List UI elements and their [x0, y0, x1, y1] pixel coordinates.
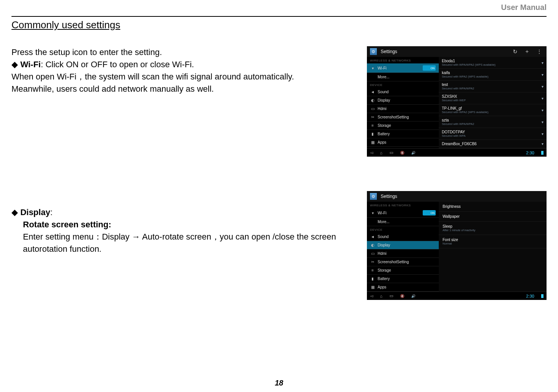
- row-label: Wi-Fi: [378, 66, 420, 70]
- wifi-signal-icon: ▾: [542, 108, 543, 112]
- intro-line: Press the setup icon to enter the settin…: [11, 46, 359, 58]
- display-option-sleep[interactable]: SleepAfter 1 minute of inactivity: [439, 222, 547, 235]
- option-name: Brightness: [443, 204, 543, 209]
- wifi-network-test[interactable]: testSecured with WPA/WPA2▾: [439, 81, 547, 92]
- sidebar-item-screenshotsetting[interactable]: ✂ScreenshotSetting: [367, 113, 439, 121]
- network-security: Secured with WPA/WPA2 (WPS available): [442, 63, 542, 66]
- clock: 2:30: [526, 294, 534, 298]
- rotate-desc-1: Enter setting menu：Display: [23, 232, 132, 241]
- sidebar-item-wi-fi[interactable]: ▾Wi-FiON: [367, 63, 439, 73]
- display-option-brightness[interactable]: Brightness: [439, 202, 547, 212]
- option-sub: After 1 minute of inactivity: [443, 228, 543, 232]
- vol-down-icon[interactable]: 🔇: [400, 294, 404, 298]
- network-security: Secured with WEP: [442, 99, 542, 102]
- row-icon: ▭: [370, 107, 375, 111]
- row-label: Display: [378, 243, 436, 247]
- wifi-text: Press the setup icon to enter the settin…: [11, 46, 359, 157]
- home-icon[interactable]: ⌂: [380, 294, 383, 298]
- option-sub: Normal: [443, 242, 543, 245]
- sidebar-item-sound[interactable]: ◄Sound: [367, 233, 439, 241]
- option-name: Sleep: [443, 224, 543, 228]
- home-icon[interactable]: ⌂: [380, 151, 383, 155]
- network-name: kaifa: [442, 71, 542, 75]
- row-icon: ≡: [370, 268, 375, 272]
- row-icon: ▭: [370, 251, 375, 256]
- row-label: Display: [378, 98, 436, 102]
- sidebar-item-storage[interactable]: ≡Storage: [367, 266, 439, 275]
- wifi-network-szta[interactable]: sztaSecured with WPA/WPA2▾: [439, 116, 547, 128]
- sidebar-item-more-[interactable]: More...: [367, 218, 439, 226]
- row-icon: ✂: [370, 260, 375, 264]
- wifi-signal-icon: ▾: [542, 142, 543, 146]
- recent-icon[interactable]: ▭: [389, 293, 393, 298]
- display-label: Display: [20, 207, 50, 217]
- display-option-font-size[interactable]: Font sizeNormal: [439, 235, 547, 248]
- navigation-bar: ◅⌂▭🔇🔊2:30: [367, 148, 547, 157]
- wifi-toggle[interactable]: ON: [423, 210, 436, 215]
- section-title: Commonly used settings: [11, 19, 547, 31]
- screenshot-wifi: ⚙Settings↻＋⋮WIRELESS & NETWORKS▾Wi-FiONM…: [367, 46, 547, 157]
- row-icon: ◄: [370, 235, 375, 239]
- wifi-network-eboda1[interactable]: Eboda1Secured with WPA/WPA2 (WPS availab…: [439, 57, 547, 69]
- sidebar-item-display[interactable]: ◐Display: [367, 96, 439, 105]
- row-icon: ▮: [370, 132, 375, 136]
- sidebar-item-display[interactable]: ◐Display: [367, 241, 439, 249]
- vol-up-icon[interactable]: 🔊: [411, 151, 415, 155]
- wifi-network-tp-link-gf[interactable]: TP-LINK_gfSecured with WPA2 (WPS availab…: [439, 104, 547, 116]
- block-display: Display: Rotate screen setting: Enter se…: [11, 191, 547, 300]
- screenshot-display: ⚙SettingsWIRELESS & NETWORKS▾Wi-FiONMore…: [367, 191, 547, 300]
- sidebar-item-wi-fi[interactable]: ▾Wi-FiON: [367, 208, 439, 218]
- wifi-network-szxshx[interactable]: SZXSHXSecured with WEP▾: [439, 92, 547, 104]
- row-icon: ▾: [370, 66, 375, 70]
- network-name: SZXSHX: [442, 94, 542, 99]
- wifi-network-dotdotpay[interactable]: DOTDOTPAYSecured with WPA▾: [439, 128, 547, 140]
- sidebar-item-storage[interactable]: ≡Storage: [367, 121, 439, 130]
- left-pane: WIRELESS & NETWORKS▾Wi-FiONMore...DEVICE…: [367, 202, 439, 292]
- row-label: Sound: [378, 90, 436, 94]
- row-label: ScreenshotSetting: [378, 260, 436, 264]
- row-label: Apps: [378, 285, 436, 289]
- rotate-desc: Enter setting menu：Display → Auto-rotate…: [23, 231, 359, 255]
- row-label: Battery: [378, 277, 436, 281]
- row-label: Storage: [378, 268, 436, 272]
- sidebar-item-sound[interactable]: ◄Sound: [367, 88, 439, 96]
- back-icon[interactable]: ◅: [370, 293, 373, 298]
- sidebar-item-apps[interactable]: ▦Apps: [367, 138, 439, 147]
- add-icon[interactable]: ＋: [523, 48, 531, 55]
- sidebar-item-hdmi[interactable]: ▭Hdmi: [367, 105, 439, 113]
- right-pane: BrightnessWallpaperSleepAfter 1 minute o…: [439, 202, 547, 292]
- menu-icon[interactable]: ⋮: [535, 49, 543, 55]
- back-icon[interactable]: ◅: [370, 150, 373, 155]
- wifi-network-dreambox-fd6cb6[interactable]: DreamBox_FD6CB6▾: [439, 140, 547, 148]
- settings-app-icon: ⚙: [370, 193, 377, 200]
- wifi-toggle[interactable]: ON: [423, 65, 436, 71]
- network-name: test: [442, 83, 542, 87]
- sidebar-item-hdmi[interactable]: ▭Hdmi: [367, 249, 439, 258]
- row-icon: ▦: [370, 140, 375, 144]
- vol-up-icon[interactable]: 🔊: [411, 294, 415, 298]
- row-label: Apps: [378, 140, 436, 144]
- app-title: Settings: [381, 194, 543, 199]
- wifi-signal-icon: ▾: [542, 120, 543, 124]
- row-label: Hdmi: [378, 251, 436, 256]
- wifi-network-kaifa[interactable]: kaifaSecured with WPA2 (WPS available)▾: [439, 69, 547, 81]
- network-security: Secured with WPA2 (WPS available): [442, 75, 542, 78]
- wifi-label: Wi-Fi: [20, 60, 41, 69]
- sidebar-item-apps[interactable]: ▦Apps: [367, 283, 439, 292]
- action-bar: ⚙Settings↻＋⋮: [367, 46, 547, 57]
- sidebar-item-screenshotsetting[interactable]: ✂ScreenshotSetting: [367, 258, 439, 266]
- refresh-icon[interactable]: ↻: [511, 49, 519, 55]
- sidebar-item-more-[interactable]: More...: [367, 73, 439, 81]
- settings-app-icon: ⚙: [370, 48, 377, 55]
- row-label: ScreenshotSetting: [378, 115, 436, 119]
- wifi-signal-icon: ▾: [542, 73, 543, 77]
- sidebar-item-battery[interactable]: ▮Battery: [367, 130, 439, 138]
- recent-icon[interactable]: ▭: [389, 150, 393, 155]
- page-number: 18: [0, 379, 558, 387]
- display-text: Display: Rotate screen setting: Enter se…: [11, 191, 359, 300]
- sidebar-item-battery[interactable]: ▮Battery: [367, 275, 439, 283]
- display-option-wallpaper[interactable]: Wallpaper: [439, 212, 547, 222]
- arrow-icon: →: [132, 232, 140, 241]
- battery-icon: [541, 294, 543, 298]
- vol-down-icon[interactable]: 🔇: [400, 151, 404, 155]
